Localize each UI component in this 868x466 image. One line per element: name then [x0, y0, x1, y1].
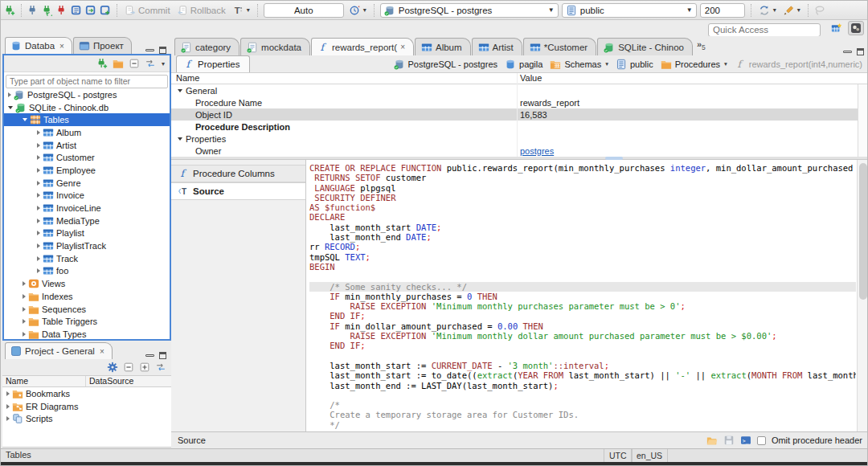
tree-item-track[interactable]: Track	[4, 252, 170, 265]
disconnect-icon[interactable]	[56, 5, 68, 16]
quick-access-input[interactable]	[708, 23, 821, 37]
code-line[interactable]: RAISE EXCEPTION 'Minimum monthly purchas…	[309, 301, 856, 311]
code-line[interactable]: tmpSQL TEXT;	[309, 252, 856, 262]
twisty-collapsed-icon[interactable]	[23, 294, 26, 299]
code-line[interactable]: LANGUAGE plpgsql	[309, 183, 856, 193]
editor-tab-mockdata[interactable]: mockdata	[240, 38, 310, 55]
twisty-collapsed-icon[interactable]	[8, 92, 11, 97]
tree-item-invoice[interactable]: Invoice	[4, 190, 170, 202]
locale-cell[interactable]: en_US	[631, 449, 668, 462]
sql-editor-new-icon[interactable]	[100, 5, 111, 16]
property-row-procedure-description[interactable]: Procedure Description	[171, 121, 868, 133]
property-row-object-id[interactable]: Object ID16,583	[171, 108, 868, 121]
code-line[interactable]: RAISE EXCEPTION 'Minimum monthly dollar …	[309, 331, 856, 341]
tree-item-invoiceline[interactable]: InvoiceLine	[4, 202, 170, 215]
code-line[interactable]: BEGIN	[309, 262, 856, 272]
tab-overflow-button[interactable]: »5	[697, 39, 706, 51]
tab-properties[interactable]: f Properties	[176, 55, 250, 72]
property-row-general[interactable]: General	[171, 84, 868, 96]
code-line[interactable]: last_month_end := LAST_DAY(last_month_st…	[309, 381, 856, 390]
code-line[interactable]: RETURNS SETOF customer	[309, 173, 856, 182]
properties-scrollbar[interactable]	[858, 84, 868, 157]
breadcrumb-item-procedures[interactable]: Procedures▾	[661, 59, 727, 70]
maximize-icon[interactable]	[857, 48, 864, 55]
tab-database-navigator[interactable]: Databa ×	[5, 37, 72, 54]
code-line[interactable]: END IF;	[309, 311, 856, 321]
code-scrollbar[interactable]	[857, 160, 868, 431]
minimize-icon[interactable]	[145, 354, 154, 357]
code-line[interactable]: IF min_dollar_amount_purchased = 0.00 TH…	[309, 321, 856, 331]
code-line[interactable]	[309, 272, 856, 281]
property-row-procedure-name[interactable]: Procedure Namerewards_report	[171, 96, 868, 108]
tree-item-playlist[interactable]: Playlist	[4, 227, 170, 240]
schema-combo[interactable]: public ▼	[562, 3, 697, 18]
twisty-collapsed-icon[interactable]	[37, 193, 40, 198]
twisty-expanded-icon[interactable]	[23, 118, 27, 121]
twisty-collapsed-icon[interactable]	[23, 332, 26, 337]
column-datasource[interactable]: DataSource	[86, 376, 137, 386]
twisty-collapsed-icon[interactable]	[6, 391, 10, 396]
connection-combo[interactable]: PostgreSQL - postgres ▼	[380, 3, 559, 18]
sql-editor-icon[interactable]	[71, 5, 82, 16]
column-value[interactable]: Value	[517, 73, 542, 84]
twisty-collapsed-icon[interactable]	[6, 404, 10, 409]
tab-project-general[interactable]: Project - General ×	[5, 342, 113, 359]
twisty-collapsed-icon[interactable]	[37, 243, 40, 248]
code-line[interactable]: last_month_start := CURRENT_DATE - '3 mo…	[309, 361, 856, 370]
commit-button[interactable]: Commit	[123, 4, 172, 17]
code-line[interactable]	[309, 390, 856, 400]
open-file-icon[interactable]	[706, 435, 718, 446]
console-icon[interactable]: >_	[740, 435, 751, 446]
breadcrumb-item-postgresql-postgres[interactable]: PostgreSQL - postgres	[394, 59, 497, 70]
tree-item-playlisttrack[interactable]: PlaylistTrack	[4, 239, 170, 252]
collapse-all-icon[interactable]	[123, 362, 134, 373]
rollback-button[interactable]: Rollback	[175, 4, 227, 17]
link-editor-icon[interactable]	[145, 58, 156, 69]
breadcrumb-item-schemas[interactable]: Schemas▾	[550, 59, 608, 70]
twisty-expanded-icon[interactable]	[178, 89, 182, 92]
code-line[interactable]: rr RECORD;	[309, 242, 856, 251]
editor-tab-category[interactable]: category	[174, 38, 240, 55]
query-history-button[interactable]: ▾	[347, 4, 368, 17]
project-item-scripts[interactable]: Scripts	[2, 412, 171, 425]
twisty-collapsed-icon[interactable]	[37, 168, 40, 173]
code-line[interactable]: last_month_start DATE;	[309, 223, 856, 232]
twisty-collapsed-icon[interactable]	[37, 268, 40, 273]
tree-item-table-triggers[interactable]: Table Triggers	[4, 315, 170, 328]
sql-editor-open-icon[interactable]	[85, 5, 96, 16]
source-code[interactable]: CREATE OR REPLACE FUNCTION public.reward…	[309, 163, 856, 431]
code-line[interactable]: last_month_start := to_date((extract(YEA…	[309, 370, 856, 380]
column-name[interactable]: Name	[2, 376, 86, 386]
project-item-er-diagrams[interactable]: ER Diagrams	[2, 400, 171, 413]
connect-icon[interactable]	[27, 5, 39, 16]
code-line[interactable]: CREATE OR REPLACE FUNCTION public.reward…	[309, 163, 856, 173]
code-line[interactable]: DECLARE	[309, 212, 856, 222]
timezone-cell[interactable]: UTC	[604, 449, 633, 462]
editor-tab--customer[interactable]: *Customer	[523, 38, 596, 55]
tree-item-sequences[interactable]: Sequences	[4, 303, 170, 316]
tree-item-sqlite-chinook-db[interactable]: SQLite - Chinook.db	[4, 101, 170, 114]
tree-item-tables[interactable]: Tables	[4, 113, 170, 126]
tab-source[interactable]: T Source	[171, 182, 305, 200]
scrollbar-thumb[interactable]	[859, 163, 867, 300]
new-connection-icon[interactable]	[4, 5, 15, 16]
close-icon[interactable]: ×	[400, 43, 405, 51]
tree-item-foo[interactable]: foo	[4, 265, 170, 278]
close-icon[interactable]: ×	[100, 347, 104, 356]
twisty-collapsed-icon[interactable]	[37, 206, 40, 211]
twisty-collapsed-icon[interactable]	[37, 256, 40, 261]
minimize-icon[interactable]	[843, 51, 852, 53]
tree-item-customer[interactable]: Customer	[4, 151, 170, 164]
twisty-collapsed-icon[interactable]	[37, 130, 40, 135]
property-row-properties[interactable]: Properties	[171, 133, 868, 145]
code-line[interactable]: SECURITY DEFINER	[309, 193, 856, 202]
new-connection-icon[interactable]	[96, 58, 108, 69]
omit-header-checkbox[interactable]	[757, 436, 766, 445]
save-icon[interactable]	[723, 435, 735, 446]
tree-item-indexes[interactable]: Indexes	[4, 290, 170, 303]
commit-mode-combo[interactable]: Auto	[264, 3, 344, 18]
twisty-expanded-icon[interactable]	[178, 137, 182, 141]
maximize-icon[interactable]	[159, 352, 166, 359]
tree-item-postgresql-postgres[interactable]: PostgreSQL - postgres	[4, 88, 170, 101]
twisty-collapsed-icon[interactable]	[23, 307, 26, 312]
